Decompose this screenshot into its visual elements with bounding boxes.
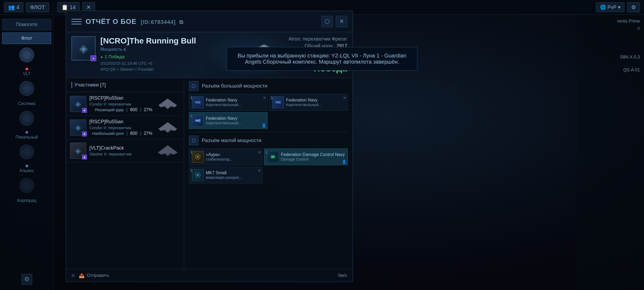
fitting-info-2: Federation Navy Короткоствольный... bbox=[286, 98, 345, 107]
svg-rect-26 bbox=[272, 155, 273, 158]
fitting-item-high-2[interactable]: 1 Federation Navy Короткоствольный... bbox=[269, 94, 348, 111]
close-overlay-icon: ✕ bbox=[86, 4, 91, 10]
fitting-name-2: Federation Navy bbox=[286, 98, 345, 103]
right-panel: rentis Prime ·6 S8N-X-0.3 QS-A-01 bbox=[577, 15, 644, 290]
send-button[interactable]: 📤 Отправить bbox=[79, 273, 109, 278]
sidebar-system-label: Система bbox=[18, 101, 35, 106]
fitting-icon-1 bbox=[192, 96, 204, 108]
participants-title: Участники [7] bbox=[74, 82, 106, 88]
total-damage-value: 2917 bbox=[336, 43, 347, 49]
participant-role-2: Наибольший урон bbox=[92, 131, 124, 136]
fitting-name-low-1: «Аура» bbox=[206, 152, 259, 157]
fitting-sub-1: Короткоствольный... bbox=[206, 103, 265, 107]
sidebar-help-label: Помогите bbox=[16, 22, 37, 27]
menu-line-2 bbox=[71, 21, 82, 22]
ship-illustration bbox=[235, 42, 294, 68]
fitting-info-low-2: Federation Damage Control Navy Damage Co… bbox=[281, 152, 345, 161]
participant-ship-3: Slasher II: перехватчик bbox=[89, 152, 152, 156]
total-damage-text: Общий урон: bbox=[305, 43, 334, 49]
high-power-icon: ⬡ bbox=[189, 81, 199, 91]
participant-item[interactable]: ◈ [RSCP]Ru55ian Condor II: перехватчик Р… bbox=[66, 92, 184, 116]
profile-subtitle: Мощность в bbox=[100, 47, 196, 52]
modal-close-button[interactable]: ✕ bbox=[336, 16, 347, 27]
svg-point-2 bbox=[256, 51, 272, 59]
fitting-icon-low-2 bbox=[267, 151, 279, 163]
fitting-num-low-1: 1 bbox=[190, 150, 192, 154]
sidebar-avatar-2 bbox=[19, 81, 34, 96]
participant-damage-2: 800 bbox=[130, 131, 137, 136]
notification-icon: 📋 bbox=[61, 4, 68, 10]
modal-battle-id: [ID:6783444] bbox=[141, 19, 176, 25]
svg-marker-8 bbox=[160, 123, 176, 132]
modal-menu-button[interactable] bbox=[71, 16, 82, 27]
settings-button[interactable]: ⚙ bbox=[21, 274, 32, 285]
sidebar-local-label: Покальный bbox=[16, 135, 38, 140]
participant-ship-1: Condor II: перехватчик bbox=[89, 102, 152, 106]
sidebar-local: Покальный bbox=[2, 130, 51, 140]
fitting-close-low-3[interactable]: ✕ bbox=[258, 168, 261, 173]
participant-info-1: [RSCP]Ru55ian Condor II: перехватчик Реш… bbox=[89, 95, 152, 112]
group-icon: 👥 bbox=[8, 4, 15, 10]
sidebar-dot-blue bbox=[25, 165, 28, 167]
fitting-sub-low-1: стабилизатор... bbox=[206, 157, 259, 161]
participant-info-3: [VLT]CrackPack Slasher II: перехватчик bbox=[89, 145, 152, 156]
filter-icon: ⚙ bbox=[631, 4, 636, 10]
fitting-item-low-3[interactable]: 1 MK7 Small микроварп-ускорит... bbox=[189, 167, 262, 183]
pvp-dropdown-icon: ▾ bbox=[618, 4, 620, 10]
participant-item-3[interactable]: ◈ [VLT]CrackPack Slasher II: перехватчик bbox=[66, 139, 184, 162]
profile-banner: ⬧ [NCRO]The Running Bull Мощность в 1 По… bbox=[66, 32, 353, 78]
participant-ship-icon-2 bbox=[156, 121, 180, 134]
fleet-tab-label: ФЛОТ bbox=[30, 4, 45, 10]
sidebar-fleet[interactable]: Флот bbox=[2, 32, 51, 44]
right-location-1: rentis Prime bbox=[581, 19, 640, 24]
pvp-label: PvP bbox=[608, 5, 616, 10]
high-power-header: ⬡ Разъём большой мощности bbox=[189, 81, 348, 91]
fleet-tab[interactable]: ФЛОТ bbox=[26, 2, 49, 12]
fitting-item-high-3[interactable]: 1 Federation Navy Короткоствольный... bbox=[189, 112, 268, 129]
battle-report-modal: ОТЧЁТ О БОЕ [ID:6783444] ⧉ ⬡ ✕ ⬧ [NCRO]T… bbox=[66, 11, 353, 282]
header-bar bbox=[71, 82, 72, 88]
participant-name-2: [RSCP]Ru55ian bbox=[89, 119, 152, 125]
sidebar-alliance-label: Альянс bbox=[20, 168, 34, 173]
fitting-info-3: Federation Navy Короткоствольный... bbox=[206, 116, 265, 125]
send-icon: 📤 bbox=[79, 273, 85, 278]
fitting-close-1[interactable]: ✕ bbox=[263, 95, 266, 100]
fitting-close-2[interactable]: ✕ bbox=[343, 95, 346, 100]
participants-panel: Участники [7] ◈ [RSCP]Ru55ian Condor II:… bbox=[66, 78, 184, 269]
battle-result: Победа bbox=[273, 63, 347, 74]
pvp-button[interactable]: 🌐 PvP ▾ bbox=[596, 2, 624, 12]
fitting-item-high-1[interactable]: 1 Federation Navy Короткоствольный... bbox=[189, 94, 268, 111]
isk-amount: 348,649,553 bbox=[273, 50, 330, 61]
filter-button[interactable]: ⚙ bbox=[627, 2, 640, 12]
fitting-icon-3 bbox=[192, 115, 204, 126]
modal-main-content: Участники [7] ◈ [RSCP]Ru55ian Condor II:… bbox=[66, 78, 353, 269]
participant-item-2[interactable]: ◈ [RSCP]Ru55ian Condor II: перехватчик Н… bbox=[66, 116, 184, 139]
participant-stats-2: Наибольший урон | 800 | 27% bbox=[89, 131, 152, 136]
sidebar-avatar-5 bbox=[19, 178, 34, 193]
fitting-num-low-3: 1 bbox=[190, 168, 192, 172]
modal-bottom-bar: ≡ 📤 Отправить 0м/с bbox=[66, 269, 353, 282]
sidebar-dot-purple bbox=[25, 131, 28, 134]
high-power-label: Разъём большой мощности bbox=[202, 83, 267, 89]
menu-line-1 bbox=[71, 19, 82, 20]
participant-ship-icon-3 bbox=[156, 144, 180, 157]
sidebar-fleet-label: Флот bbox=[21, 35, 32, 41]
participant-damage-1: 800 bbox=[130, 107, 137, 112]
participant-info-2: [RSCP]Ru55ian Condor II: перехватчик Наи… bbox=[89, 119, 152, 136]
sidebar-help[interactable]: Помогите bbox=[2, 19, 51, 30]
fitting-person-low-2: 👤 bbox=[342, 160, 346, 164]
modal-external-button[interactable]: ⬡ bbox=[321, 16, 333, 27]
modal-copy-icon[interactable]: ⧉ bbox=[179, 19, 183, 25]
fitting-close-low-1[interactable]: ✕ bbox=[258, 150, 261, 155]
fitting-item-low-1[interactable]: 1 «Аура» стабилизатор... ✕ bbox=[189, 148, 262, 165]
participant-stats-1: Решающий удар | 800 | 27% bbox=[89, 107, 152, 112]
profile-date: 2022/02/15 01:19:46 UTC +5 bbox=[100, 61, 196, 66]
sidebar-corp-label: Корпорац bbox=[17, 198, 36, 203]
profile-win-badge: 1 Победа bbox=[100, 54, 196, 60]
isk-currency: ISK bbox=[335, 53, 347, 61]
profile-location: ATQ-QS < Skaven < Fountain bbox=[100, 67, 196, 71]
sidebar-dot-red bbox=[25, 68, 28, 70]
fitting-item-low-2[interactable]: 1 Federation Damage Control Navy Da bbox=[264, 148, 348, 165]
send-label: Отправить bbox=[87, 273, 109, 278]
group-button[interactable]: 👥 4 bbox=[4, 2, 23, 12]
